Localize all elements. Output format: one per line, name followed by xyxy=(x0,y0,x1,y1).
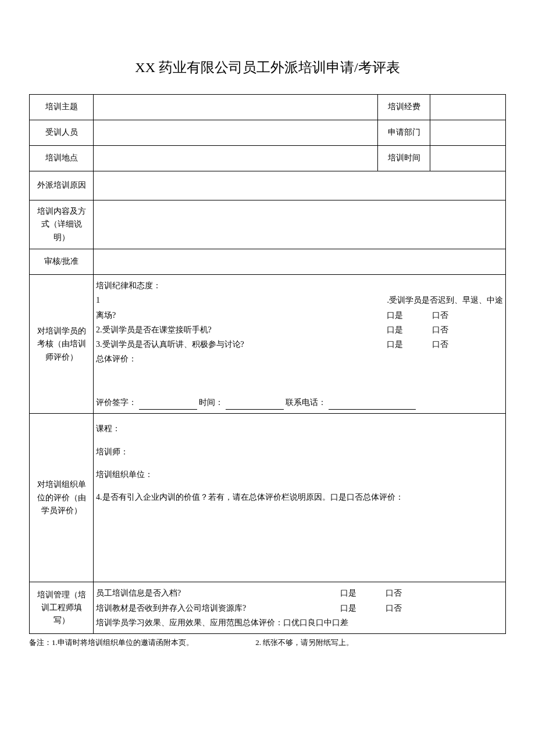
label-reason: 外派培训原因 xyxy=(30,171,94,200)
q4-text: 4.是否有引入企业内训的价值？若有，请在总体评价栏说明原因。口是口否总体评价： xyxy=(96,486,503,508)
overall-label: 总体评价： xyxy=(96,352,503,366)
mgmt-q1: 员工培训信息是否入档? xyxy=(96,586,340,600)
form-table: 培训主题 培训经费 受训人员 申请部门 培训地点 培训时间 外派培训原因 培训内… xyxy=(29,94,506,634)
row-trainer-eval: 对培训学员的考核（由培训师评价） 培训纪律和态度： 1 .受训学员是否迟到、早退… xyxy=(30,275,506,414)
value-trainee[interactable] xyxy=(94,120,378,146)
mgmt-q3: 培训学员学习效果、应用效果、应用范围总体评价：口优口良口中口差 xyxy=(96,615,503,630)
value-dept[interactable] xyxy=(430,120,506,146)
phone-prefix: 联系电话： xyxy=(286,398,326,407)
page-title: XX 药业有限公司员工外派培训申请/考评表 xyxy=(29,58,506,77)
row-location: 培训地点 培训时间 xyxy=(30,146,506,171)
time-blank[interactable] xyxy=(226,402,284,410)
value-mgmt[interactable]: 员工培训信息是否入档? 口是 口否 培训教材是否收到并存入公司培训资源库? 口是… xyxy=(94,582,506,634)
q3-no[interactable]: 口否 xyxy=(432,337,448,352)
label-topic: 培训主题 xyxy=(30,95,94,120)
value-trainer-eval[interactable]: 培训纪律和态度： 1 .受训学员是否迟到、早退、中途 离场? 口是 口否 2.受… xyxy=(94,275,506,414)
label-approve: 审核/批准 xyxy=(30,249,94,275)
org-label: 培训组织单位： xyxy=(96,463,503,486)
value-student-eval[interactable]: 课程： 培训师： 培训组织单位： 4.是否有引入企业内训的价值？若有，请在总体评… xyxy=(94,414,506,582)
label-trainer-eval: 对培训学员的考核（由培训师评价） xyxy=(30,275,94,414)
row-topic: 培训主题 培训经费 xyxy=(30,95,506,120)
row-trainee: 受训人员 申请部门 xyxy=(30,120,506,146)
value-time[interactable] xyxy=(430,146,506,171)
q1-line2: 离场? xyxy=(96,308,387,323)
footnote-1: 备注：1.申请时将培训组织单位的邀请函附本页。 xyxy=(29,638,194,647)
signature-line: 评价签字： 时间： 联系电话： xyxy=(96,395,503,410)
sig-prefix: 评价签字： xyxy=(96,398,137,407)
q1-no[interactable]: 口否 xyxy=(432,308,448,323)
q1-num: 1 xyxy=(96,293,100,307)
row-reason: 外派培训原因 xyxy=(30,171,506,200)
label-dept: 申请部门 xyxy=(378,120,430,146)
row-mgmt: 培训管理（培训工程师填写） 员工培训信息是否入档? 口是 口否 培训教材是否收到… xyxy=(30,582,506,634)
q2-text: 2.受训学员是否在课堂接听手机? xyxy=(96,323,387,337)
row-student-eval: 对培训组织单位的评价（由学员评价） 课程： 培训师： 培训组织单位： 4.是否有… xyxy=(30,414,506,582)
footnote-2: 2. 纸张不够，请另附纸写上。 xyxy=(255,638,354,647)
footnote: 备注：1.申请时将培训组织单位的邀请函附本页。 2. 纸张不够，请另附纸写上。 xyxy=(29,637,506,648)
row-content: 培训内容及方式（详细说明） xyxy=(30,200,506,249)
sig-blank[interactable] xyxy=(139,402,197,410)
q3-yes[interactable]: 口是 xyxy=(387,337,403,352)
label-content: 培训内容及方式（详细说明） xyxy=(30,200,94,249)
row-approve: 审核/批准 xyxy=(30,249,506,275)
value-topic[interactable] xyxy=(94,95,378,120)
label-trainee: 受训人员 xyxy=(30,120,94,146)
course-label: 课程： xyxy=(96,417,503,440)
mgmt-q2: 培训教材是否收到并存入公司培训资源库? xyxy=(96,601,340,615)
q3-text: 3.受训学员是否认真听讲、积极参与讨论? xyxy=(96,337,387,352)
q2-no[interactable]: 口否 xyxy=(432,323,448,337)
value-reason[interactable] xyxy=(94,171,506,200)
mgmt-q1-no[interactable]: 口否 xyxy=(386,586,402,600)
label-fee: 培训经费 xyxy=(378,95,430,120)
q1-text: .受训学员是否迟到、早退、中途 xyxy=(387,293,504,307)
label-time: 培训时间 xyxy=(378,146,430,171)
phone-blank[interactable] xyxy=(329,402,416,410)
value-fee[interactable] xyxy=(430,95,506,120)
mgmt-q1-yes[interactable]: 口是 xyxy=(340,586,356,600)
time-prefix: 时间： xyxy=(199,398,223,407)
label-mgmt: 培训管理（培训工程师填写） xyxy=(30,582,94,634)
value-content[interactable] xyxy=(94,200,506,249)
value-location[interactable] xyxy=(94,146,378,171)
discipline-heading: 培训纪律和态度： xyxy=(96,278,503,293)
mgmt-q2-yes[interactable]: 口是 xyxy=(340,601,356,615)
label-student-eval: 对培训组织单位的评价（由学员评价） xyxy=(30,414,94,582)
q1-yes[interactable]: 口是 xyxy=(387,308,403,323)
q2-yes[interactable]: 口是 xyxy=(387,323,403,337)
label-location: 培训地点 xyxy=(30,146,94,171)
mgmt-q2-no[interactable]: 口否 xyxy=(386,601,402,615)
trainer-label: 培训师： xyxy=(96,440,503,463)
value-approve[interactable] xyxy=(94,249,506,275)
